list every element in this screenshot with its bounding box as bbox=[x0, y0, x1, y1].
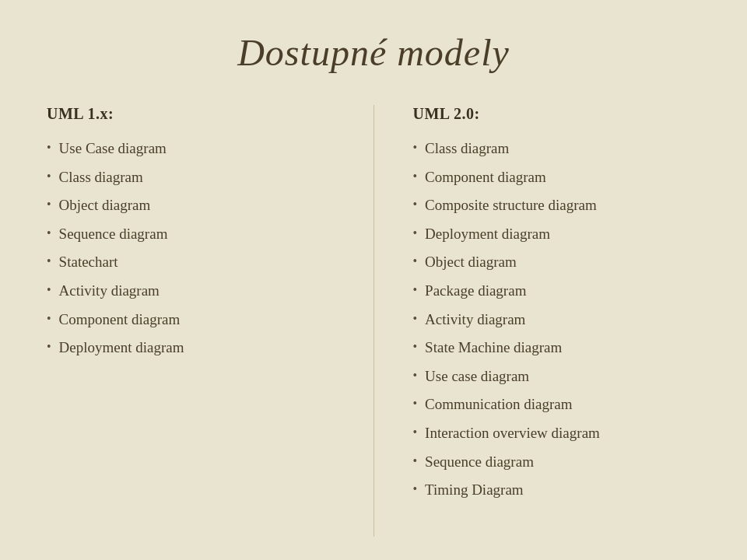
list-item-label: Component diagram bbox=[59, 310, 181, 331]
list-item-label: State Machine diagram bbox=[425, 338, 562, 359]
list-item-label: Statechart bbox=[59, 252, 118, 273]
list-item: Sequence diagram bbox=[47, 221, 335, 248]
list-item-label: Class diagram bbox=[425, 138, 509, 159]
list-item-label: Sequence diagram bbox=[59, 224, 168, 245]
list-item-label: Class diagram bbox=[59, 167, 143, 188]
list-item-label: Deployment diagram bbox=[59, 338, 184, 359]
list-item-label: Deployment diagram bbox=[425, 224, 550, 245]
list-item: Interaction overview diagram bbox=[413, 420, 701, 447]
page: Dostupné modely UML 1.x: Use Case diagra… bbox=[0, 0, 747, 560]
column-divider bbox=[374, 105, 374, 537]
list-item-label: Activity diagram bbox=[59, 281, 160, 302]
right-column-heading: UML 2.0: bbox=[413, 105, 701, 123]
page-title: Dostupné modely bbox=[47, 31, 700, 74]
list-item: Class diagram bbox=[413, 135, 701, 163]
list-item-label: Composite structure diagram bbox=[425, 195, 597, 216]
left-column-heading: UML 1.x: bbox=[47, 105, 335, 123]
list-item-label: Object diagram bbox=[425, 252, 517, 273]
list-item: Timing Diagram bbox=[413, 477, 701, 504]
content-area: UML 1.x: Use Case diagram Class diagram … bbox=[47, 105, 700, 537]
list-item: Object diagram bbox=[413, 249, 701, 276]
list-item: Activity diagram bbox=[413, 306, 701, 334]
list-item-label: Use Case diagram bbox=[59, 138, 167, 159]
list-item-label: Timing Diagram bbox=[425, 480, 524, 501]
list-item: Communication diagram bbox=[413, 391, 701, 418]
list-item: Deployment diagram bbox=[413, 221, 701, 248]
list-item-label: Use case diagram bbox=[425, 366, 529, 387]
list-item-label: Interaction overview diagram bbox=[425, 423, 600, 444]
list-item: Component diagram bbox=[413, 164, 701, 191]
right-list: Class diagram Component diagram Composit… bbox=[413, 135, 701, 504]
list-item: Object diagram bbox=[47, 192, 335, 219]
list-item: Package diagram bbox=[413, 278, 701, 305]
list-item: Activity diagram bbox=[47, 278, 335, 305]
left-list: Use Case diagram Class diagram Object di… bbox=[47, 135, 335, 362]
list-item: Sequence diagram bbox=[413, 449, 701, 476]
list-item: Use case diagram bbox=[413, 363, 701, 390]
list-item-label: Component diagram bbox=[425, 167, 546, 188]
list-item: Deployment diagram bbox=[47, 334, 335, 362]
list-item: Composite structure diagram bbox=[413, 192, 701, 219]
list-item: State Machine diagram bbox=[413, 334, 701, 362]
left-column: UML 1.x: Use Case diagram Class diagram … bbox=[47, 105, 335, 537]
list-item: Component diagram bbox=[47, 306, 335, 334]
list-item-label: Activity diagram bbox=[425, 310, 525, 331]
list-item-label: Sequence diagram bbox=[425, 452, 534, 473]
list-item: Class diagram bbox=[47, 164, 335, 191]
list-item-label: Object diagram bbox=[59, 195, 151, 216]
list-item-label: Package diagram bbox=[425, 281, 526, 302]
list-item-label: Communication diagram bbox=[425, 394, 572, 415]
list-item: Statechart bbox=[47, 249, 335, 276]
right-column: UML 2.0: Class diagram Component diagram… bbox=[413, 105, 701, 537]
list-item: Use Case diagram bbox=[47, 135, 335, 163]
